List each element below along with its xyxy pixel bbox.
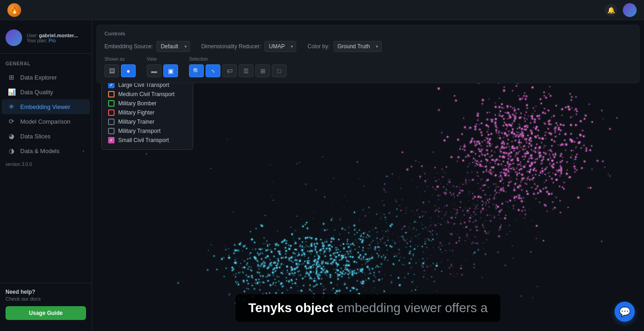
- svg-point-1191: [460, 224, 461, 224]
- svg-point-2318: [432, 235, 432, 235]
- selection-table-btn[interactable]: ⊞: [255, 64, 270, 77]
- svg-point-1441: [347, 239, 348, 240]
- legend-checkbox-military-bomber[interactable]: [108, 100, 115, 107]
- svg-point-12: [486, 137, 487, 138]
- svg-point-1657: [334, 268, 334, 269]
- svg-point-2131: [359, 229, 360, 231]
- svg-point-928: [494, 175, 495, 176]
- svg-point-1197: [477, 222, 477, 223]
- svg-point-1642: [315, 249, 316, 251]
- color-by-select[interactable]: Ground Truth: [334, 41, 382, 52]
- svg-point-493: [527, 119, 528, 120]
- shown-as-dot-btn[interactable]: ●: [121, 64, 136, 77]
- embedding-source-select-wrapper[interactable]: Default: [156, 41, 190, 52]
- svg-point-1713: [350, 256, 351, 257]
- svg-point-315: [560, 173, 562, 174]
- svg-point-378: [528, 115, 529, 116]
- legend-item-small-civil-transport[interactable]: ✓ Small Civil Transport: [108, 136, 186, 145]
- svg-point-2271: [448, 217, 448, 218]
- selection-zoom-btn[interactable]: 🔍: [189, 64, 204, 77]
- svg-point-1878: [271, 265, 272, 266]
- svg-point-1289: [307, 237, 309, 239]
- svg-point-688: [496, 127, 498, 129]
- embedding-source-select[interactable]: Default: [156, 41, 190, 52]
- selection-rect-btn[interactable]: □: [272, 64, 287, 77]
- dim-reducer-select-wrapper[interactable]: UMAP: [264, 41, 296, 52]
- legend-item-military-transport[interactable]: Military Transport: [108, 126, 186, 136]
- svg-point-1187: [494, 216, 494, 217]
- sidebar-item-embedding-viewer[interactable]: ✳ Embedding Viewer: [2, 99, 90, 114]
- view-grid-btn[interactable]: ▬: [147, 64, 161, 77]
- svg-point-1600: [340, 268, 342, 269]
- svg-point-978: [457, 195, 459, 196]
- legend-item-military-trainer[interactable]: Military Trainer: [108, 117, 186, 126]
- svg-point-343: [577, 197, 579, 199]
- legend-checkbox-small-civil[interactable]: ✓: [108, 137, 115, 143]
- svg-point-453: [487, 112, 488, 114]
- svg-point-1893: [270, 263, 270, 264]
- legend-item-military-bomber[interactable]: Military Bomber: [108, 99, 186, 108]
- svg-point-1822: [267, 245, 269, 247]
- avatar: [6, 29, 22, 46]
- user-avatar-topbar[interactable]: [623, 3, 637, 17]
- svg-point-1699: [294, 249, 296, 250]
- svg-point-2177: [242, 259, 242, 259]
- selection-list-btn[interactable]: ☰: [239, 64, 253, 77]
- legend-checkbox-military-trainer[interactable]: [108, 119, 115, 125]
- svg-point-415: [519, 135, 520, 136]
- view-scatter-btn[interactable]: ▣: [163, 64, 178, 77]
- legend-checkbox-medium-civil[interactable]: [108, 91, 115, 97]
- svg-point-944: [449, 192, 451, 193]
- svg-point-782: [492, 144, 493, 145]
- svg-point-1778: [348, 261, 349, 262]
- svg-point-2054: [373, 240, 374, 241]
- svg-point-1080: [485, 233, 487, 234]
- sidebar-item-model-comparison[interactable]: ⟳ Model Comparison: [2, 114, 90, 129]
- svg-point-1801: [343, 243, 344, 245]
- legend-item-medium-civil-transport[interactable]: Medium Civil Transport: [108, 90, 186, 99]
- svg-point-901: [488, 171, 489, 172]
- sidebar-item-data-models[interactable]: ◑ Data & Models ›: [2, 143, 90, 158]
- svg-point-103: [479, 166, 481, 167]
- svg-point-874: [436, 209, 437, 211]
- svg-point-88: [559, 175, 561, 177]
- color-by-select-wrapper[interactable]: Ground Truth: [334, 41, 382, 52]
- svg-point-1774: [348, 257, 349, 257]
- svg-point-228: [533, 162, 534, 163]
- sidebar-item-data-explorer[interactable]: ⊞ Data Explorer: [2, 70, 90, 85]
- svg-point-788: [504, 217, 506, 219]
- svg-point-1700: [311, 245, 312, 247]
- sidebar-item-data-quality[interactable]: 📊 Data Quality: [2, 85, 90, 99]
- svg-point-1573: [316, 280, 316, 281]
- svg-point-1069: [470, 217, 472, 218]
- chat-fab[interactable]: 💬: [615, 302, 635, 322]
- sidebar-item-data-slices[interactable]: ◕ Data Slices: [2, 129, 90, 143]
- svg-point-2195: [384, 214, 385, 215]
- svg-point-1597: [319, 265, 321, 267]
- svg-point-454: [576, 110, 577, 112]
- selection-lasso-btn[interactable]: ⤡: [206, 64, 220, 77]
- usage-guide-button[interactable]: Usage Guide: [6, 306, 86, 320]
- svg-point-295: [513, 169, 514, 170]
- notification-icon[interactable]: 🔔: [604, 4, 617, 17]
- legend-item-military-fighter[interactable]: Military Fighter: [108, 108, 186, 117]
- shown-as-image-btn[interactable]: 🖼: [104, 64, 119, 77]
- svg-point-685: [567, 170, 568, 171]
- svg-point-1256: [361, 234, 362, 235]
- legend-checkbox-military-fighter[interactable]: [108, 109, 115, 116]
- svg-point-1468: [178, 282, 179, 284]
- svg-point-1452: [326, 248, 327, 249]
- svg-point-496: [506, 128, 506, 129]
- svg-point-219: [509, 163, 511, 165]
- svg-point-1287: [332, 261, 334, 263]
- svg-point-2114: [348, 253, 349, 255]
- svg-point-1220: [424, 270, 425, 272]
- svg-point-429: [496, 192, 497, 193]
- dim-reducer-select[interactable]: UMAP: [264, 41, 296, 52]
- selection-tag-btn[interactable]: 🏷: [222, 64, 237, 77]
- svg-point-1624: [362, 268, 363, 270]
- svg-point-2230: [380, 223, 380, 223]
- svg-point-1053: [384, 189, 385, 190]
- legend-checkbox-military-transport[interactable]: [108, 128, 115, 134]
- svg-point-646: [504, 122, 505, 123]
